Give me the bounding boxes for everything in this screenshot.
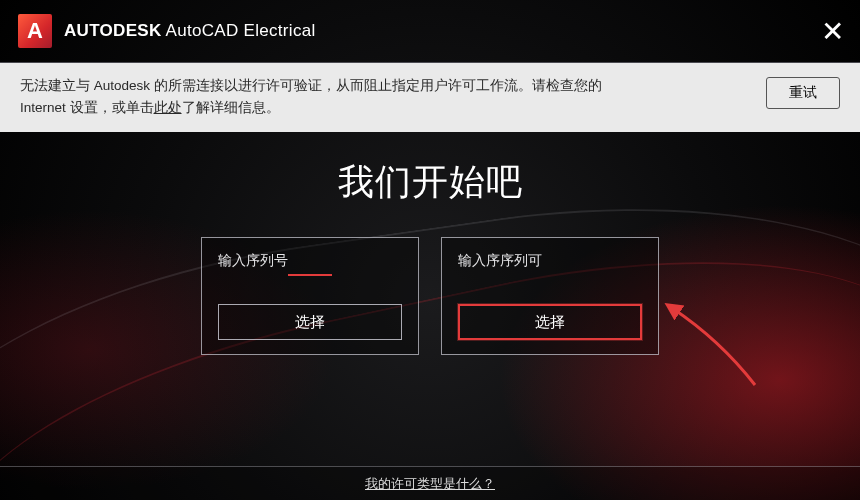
close-icon[interactable]: ✕: [821, 18, 844, 46]
card-label: 输入序序列可: [458, 252, 642, 270]
select-button-network[interactable]: 选择: [458, 304, 642, 340]
title-bar: A AUTODESK AutoCAD Electrical ✕: [0, 0, 860, 62]
card-network-license: 输入序序列可 选择: [441, 237, 659, 355]
page-title: 我们开始吧: [0, 158, 860, 207]
option-cards: 输入序列号 选择 输入序序列可 选择: [0, 237, 860, 355]
banner-line2b: 了解详细信息。: [182, 100, 280, 115]
card-label: 输入序列号: [218, 252, 402, 270]
connection-warning-banner: 无法建立与 Autodesk 的所需连接以进行许可验证，从而阻止指定用户许可工作…: [0, 63, 860, 132]
autodesk-logo-icon: A: [18, 14, 52, 48]
brand-bold: AUTODESK: [64, 21, 162, 40]
select-button-serial[interactable]: 选择: [218, 304, 402, 340]
retry-button[interactable]: 重试: [766, 77, 840, 109]
footer: 我的许可类型是什么？: [0, 466, 860, 500]
red-underline: [288, 274, 332, 276]
banner-line1: 无法建立与 Autodesk 的所需连接以进行许可验证，从而阻止指定用户许可工作…: [20, 78, 602, 93]
banner-text: 无法建立与 Autodesk 的所需连接以进行许可验证，从而阻止指定用户许可工作…: [20, 75, 748, 118]
banner-line2a: Internet 设置，或单击: [20, 100, 154, 115]
product-title: AUTODESK AutoCAD Electrical: [64, 21, 316, 41]
brand-product: AutoCAD Electrical: [162, 21, 316, 40]
window-root: A AUTODESK AutoCAD Electrical ✕ 无法建立与 Au…: [0, 0, 860, 500]
banner-details-link[interactable]: 此处: [154, 100, 182, 115]
license-type-help-link[interactable]: 我的许可类型是什么？: [365, 475, 495, 493]
card-serial-number: 输入序列号 选择: [201, 237, 419, 355]
logo-letter: A: [27, 18, 43, 44]
